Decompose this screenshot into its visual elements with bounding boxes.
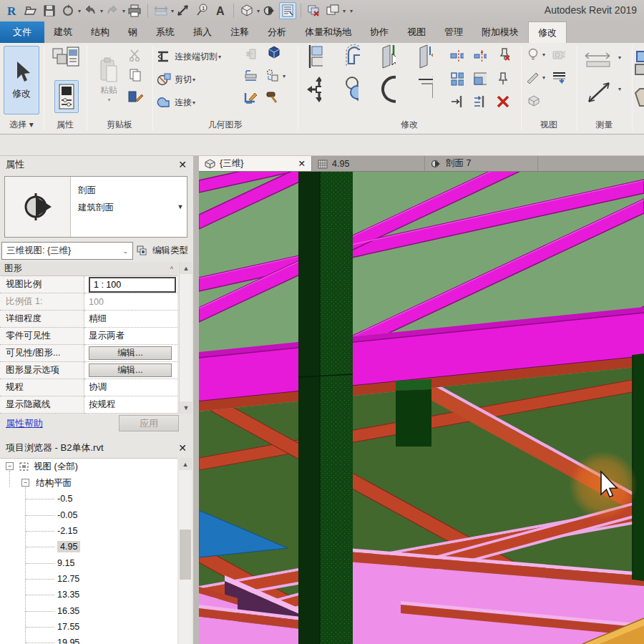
main-column[interactable] [298, 172, 353, 644]
dimension-dropdown-icon[interactable]: ▾ [618, 86, 621, 92]
panel-measure-label[interactable]: 测量 [577, 119, 631, 131]
scrollbar-thumb[interactable] [180, 530, 191, 580]
paste-button[interactable]: 粘贴 ▾ [93, 46, 125, 114]
browser-scrollbar[interactable]: ▲ [179, 458, 192, 644]
type-properties-icon[interactable] [54, 80, 79, 113]
default-3d-view-icon[interactable] [238, 2, 255, 19]
thin-lines-icon[interactable] [279, 2, 296, 19]
cut-geometry-button[interactable]: 剪切▾ [156, 70, 195, 89]
tab-collaborate[interactable]: 协作 [361, 21, 398, 43]
tab-manage[interactable]: 管理 [435, 21, 472, 43]
view-tab-3d[interactable]: {三维} ✕ [199, 156, 312, 171]
panel-splitter[interactable] [193, 156, 199, 644]
panel-select-label[interactable]: 选择 ▾ [0, 119, 43, 131]
open-icon[interactable] [22, 2, 39, 19]
unpin-icon[interactable] [496, 47, 509, 61]
properties-palette-icon[interactable] [52, 46, 80, 79]
panel-geometry-label[interactable]: 几何图形 [153, 119, 297, 131]
match-type-icon[interactable] [127, 89, 143, 104]
section-icon[interactable] [260, 2, 278, 19]
tree-level-item[interactable]: -0.5 [57, 492, 73, 506]
mirror-pick-axis-icon[interactable] [450, 49, 464, 62]
tab-addins[interactable]: 附加模块 [472, 21, 528, 43]
geometry-dropdown-icon[interactable]: ▾ [283, 73, 286, 79]
far-column[interactable] [396, 379, 431, 447]
type-selector-dropdown-icon[interactable]: ▼ [174, 177, 187, 237]
view-tab-495[interactable]: 4.95 [312, 156, 425, 171]
sync-icon[interactable] [59, 2, 77, 19]
measure-icon[interactable] [152, 2, 170, 19]
tree-level-item[interactable]: -0.05 [57, 508, 78, 522]
tree-level-item-selected[interactable]: 4.95 [57, 540, 80, 554]
row-value[interactable]: 按规程 [84, 396, 177, 414]
tree-level-item[interactable]: 9.15 [57, 556, 74, 570]
split-element-icon[interactable] [380, 49, 396, 64]
graphic-display-edit-button[interactable]: 编辑... [89, 364, 172, 377]
properties-close-icon[interactable]: ✕ [176, 158, 189, 171]
delete-icon[interactable] [496, 94, 509, 108]
scroll-down-icon[interactable]: ▼ [180, 401, 192, 414]
copy-modify-icon[interactable] [343, 82, 358, 97]
tree-group-structural-plans[interactable]: 结构平面 [36, 476, 72, 490]
trim-extend-corner-icon[interactable] [417, 80, 433, 96]
edit-type-button[interactable]: 编辑类型 [136, 240, 192, 261]
tab-insert[interactable]: 插入 [184, 21, 221, 43]
tab-structure[interactable]: 结构 [82, 21, 119, 43]
align-icon[interactable] [307, 49, 323, 64]
tree-collapse-icon[interactable]: − [21, 479, 29, 487]
view-selector-combo[interactable]: 三维视图: {三维} ⌄ [1, 242, 133, 260]
view-tab-close-icon[interactable]: ✕ [298, 158, 306, 169]
3d-model-view[interactable] [199, 172, 644, 644]
aligned-dimension-icon[interactable] [175, 2, 192, 19]
tree-level-item[interactable]: 13.35 [57, 587, 79, 602]
switch-windows-icon[interactable] [324, 2, 341, 19]
linework-dropdown-icon[interactable]: ▾ [542, 74, 545, 81]
save-icon[interactable] [41, 2, 58, 19]
hide-dropdown-icon[interactable]: ▾ [542, 52, 545, 58]
wall-joins-icon[interactable] [266, 46, 280, 59]
default-3d-dropdown-icon[interactable]: ▾ [257, 8, 260, 14]
tab-architecture[interactable]: 建筑 [44, 21, 82, 43]
row-value[interactable] [84, 276, 177, 293]
modify-select-button[interactable]: 修改 [4, 46, 39, 114]
tree-collapse-icon[interactable]: − [6, 462, 14, 470]
remove-coping-icon[interactable] [245, 47, 258, 61]
right-column[interactable] [633, 353, 644, 581]
measure-panel-dropdown-icon[interactable]: ▾ [618, 54, 621, 61]
apply-button[interactable]: 应用 [119, 415, 179, 431]
type-selector[interactable]: 剖面 建筑剖面 ▼ [4, 176, 187, 238]
graphics-section-header[interactable]: 图形^ [0, 262, 177, 276]
panel-properties-label[interactable]: 属性 [44, 119, 86, 131]
join-geometry-button[interactable]: 连接▾ [156, 93, 195, 112]
move-icon[interactable] [306, 82, 321, 97]
tab-massing-site[interactable]: 体量和场地 [296, 21, 361, 43]
customize-qat-icon[interactable]: ▾ [350, 8, 353, 14]
tree-level-item[interactable]: 19.95 [57, 635, 79, 644]
aligned-dimension-button[interactable] [585, 77, 613, 106]
panel-clipboard-label[interactable]: 剪贴板 [87, 119, 152, 131]
row-value[interactable]: 协调 [84, 379, 177, 396]
measure-dropdown-icon[interactable]: ▾ [171, 8, 174, 14]
rotate-icon[interactable] [380, 80, 396, 96]
selection-box-icon[interactable] [526, 93, 540, 107]
redo-icon[interactable] [104, 2, 121, 19]
undo-icon[interactable] [82, 2, 99, 19]
close-hidden-windows-icon[interactable] [306, 2, 323, 19]
cut-icon[interactable] [127, 47, 143, 63]
hide-elements-icon[interactable] [526, 47, 540, 61]
scroll-up-icon[interactable]: ▲ [179, 458, 192, 470]
copy-icon[interactable] [127, 67, 143, 83]
text-icon[interactable]: A [212, 2, 229, 19]
switch-windows-dropdown-icon[interactable]: ▾ [343, 8, 346, 14]
underlay-icon[interactable] [552, 70, 565, 84]
properties-help-link[interactable]: 属性帮助 [6, 417, 43, 430]
tab-file[interactable]: 文件 [0, 21, 44, 43]
print-icon[interactable] [126, 2, 143, 19]
tag-by-category-icon[interactable]: 1 [193, 2, 210, 19]
cope-button[interactable]: 连接端切割▾ [156, 47, 221, 66]
undo-dropdown-icon[interactable]: ▾ [100, 8, 103, 14]
tab-view[interactable]: 视图 [398, 21, 435, 43]
tab-analyze[interactable]: 分析 [258, 21, 296, 43]
mirror-draw-axis-icon[interactable] [473, 49, 487, 62]
view-scale-input[interactable] [89, 277, 176, 293]
